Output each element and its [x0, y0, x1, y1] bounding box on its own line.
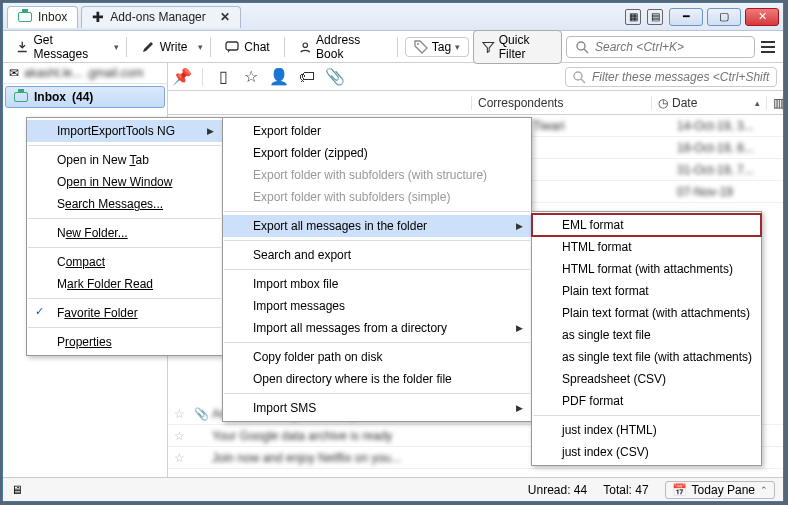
menu-item[interactable]: ✓Favorite Folder — [27, 302, 222, 324]
menu-item[interactable]: Spreadsheet (CSV) — [532, 368, 761, 390]
menu-item[interactable]: Import all messages from a directory — [223, 317, 531, 339]
global-search-input[interactable] — [595, 40, 746, 54]
menu-item[interactable]: Import messages — [223, 295, 531, 317]
menu-item[interactable]: Export folder (zipped) — [223, 142, 531, 164]
puzzle-icon: ✚ — [92, 10, 104, 24]
calendar-icon[interactable]: ▦ — [625, 9, 641, 25]
get-messages-dropdown[interactable]: ▾ — [114, 42, 119, 52]
tag-filter-icon[interactable]: 🏷 — [299, 68, 315, 86]
contacts-icon — [299, 40, 312, 54]
titlebar: Inbox ✚ Add-ons Manager ✕ ▦ ▤ ━ ▢ ✕ — [3, 3, 783, 31]
total-status: Total: 47 — [603, 483, 648, 497]
chat-icon — [225, 40, 239, 54]
menu-item[interactable]: Plain text format (with attachments) — [532, 302, 761, 324]
menu-item[interactable]: Export all messages in the folder — [223, 215, 531, 237]
menu-item[interactable]: Copy folder path on disk — [223, 346, 531, 368]
menu-item[interactable]: Open in New Tab — [27, 149, 222, 171]
import-export-submenu[interactable]: Export folderExport folder (zipped)Expor… — [222, 117, 532, 422]
tag-button[interactable]: Tag ▾ — [405, 37, 469, 57]
svg-point-2 — [417, 43, 419, 45]
menu-item[interactable]: Plain text format — [532, 280, 761, 302]
menu-item[interactable]: Search Messages... — [27, 193, 222, 215]
menu-item: Export folder with subfolders (simple) — [223, 186, 531, 208]
chat-button[interactable]: Chat — [218, 37, 276, 57]
folder-label: Inbox — [34, 90, 66, 104]
menu-item[interactable]: Export folder — [223, 120, 531, 142]
account-row[interactable]: ✉ akasht.le... .gmail.com — [3, 63, 167, 84]
tasks-icon[interactable]: ▤ — [647, 9, 663, 25]
sync-icon[interactable]: 🖥 — [11, 483, 23, 497]
unread-filter-icon[interactable]: ▯ — [215, 67, 231, 86]
maximize-button[interactable]: ▢ — [707, 8, 741, 26]
col-correspondents[interactable]: Correspondents — [472, 96, 652, 110]
titlebar-extras: ▦ ▤ — [625, 9, 669, 25]
tab-addons[interactable]: ✚ Add-ons Manager ✕ — [81, 6, 240, 28]
search-icon — [572, 70, 586, 84]
svg-rect-0 — [226, 42, 238, 50]
menu-item[interactable]: Import SMS — [223, 397, 531, 419]
global-search[interactable] — [566, 36, 755, 58]
calendar-icon: 📅 — [672, 483, 687, 497]
menu-item[interactable]: as single text file (with attachments) — [532, 346, 761, 368]
tab-label: Add-ons Manager — [110, 10, 205, 24]
svg-point-3 — [577, 42, 585, 50]
account-label: akasht.le... .gmail.com — [24, 66, 143, 80]
quick-filter-bar: 📌 ▯ ☆ 👤 🏷 📎 — [168, 63, 783, 91]
menu-item[interactable]: Compact — [27, 251, 222, 273]
menu-item[interactable]: Import mbox file — [223, 273, 531, 295]
folder-context-menu[interactable]: ImportExportTools NGOpen in New TabOpen … — [26, 117, 223, 356]
filter-search[interactable] — [565, 67, 777, 87]
unread-status: Unread: 44 — [528, 483, 587, 497]
tab-close-icon[interactable]: ✕ — [220, 10, 230, 24]
svg-point-1 — [303, 42, 307, 46]
menu-item[interactable]: HTML format — [532, 236, 761, 258]
star-filter-icon[interactable]: ☆ — [243, 67, 259, 86]
menu-item[interactable]: Open directory where is the folder file — [223, 368, 531, 390]
menu-item[interactable]: Mark Folder Read — [27, 273, 222, 295]
close-button[interactable]: ✕ — [745, 8, 779, 26]
write-button[interactable]: Write — [134, 37, 195, 57]
menu-item[interactable]: HTML format (with attachments) — [532, 258, 761, 280]
app-window: Inbox ✚ Add-ons Manager ✕ ▦ ▤ ━ ▢ ✕ Get … — [2, 2, 784, 502]
menu-item[interactable]: just index (HTML) — [532, 419, 761, 441]
account-icon: ✉ — [9, 66, 19, 80]
inbox-icon — [14, 92, 28, 102]
menu-item[interactable]: Properties — [27, 331, 222, 353]
funnel-icon — [482, 40, 495, 54]
menu-item[interactable]: Open in New Window — [27, 171, 222, 193]
inbox-icon — [18, 12, 32, 22]
today-pane-button[interactable]: 📅 Today Pane ⌃ — [665, 481, 775, 499]
menu-item[interactable]: ImportExportTools NG — [27, 120, 222, 142]
tab-inbox[interactable]: Inbox — [7, 6, 78, 28]
menu-item[interactable]: Search and export — [223, 244, 531, 266]
tab-label: Inbox — [38, 10, 67, 24]
menu-item[interactable]: as single text file — [532, 324, 761, 346]
menu-item[interactable]: EML format — [532, 214, 761, 236]
export-format-submenu[interactable]: EML formatHTML formatHTML format (with a… — [531, 211, 762, 466]
download-icon — [16, 40, 29, 54]
attachment-filter-icon[interactable]: 📎 — [327, 67, 343, 86]
app-menu-button[interactable] — [759, 41, 777, 53]
contact-filter-icon[interactable]: 👤 — [271, 67, 287, 86]
minimize-button[interactable]: ━ — [669, 8, 703, 26]
quick-filter-button[interactable]: Quick Filter — [473, 30, 562, 64]
main-toolbar: Get Messages ▾ Write ▾ Chat Address Book… — [3, 31, 783, 63]
folder-count: (44) — [72, 90, 93, 104]
pencil-icon — [141, 40, 155, 54]
write-dropdown[interactable]: ▾ — [198, 42, 203, 52]
menu-item[interactable]: PDF format — [532, 390, 761, 412]
search-icon — [575, 40, 589, 54]
pin-icon[interactable]: 📌 — [174, 67, 190, 86]
filter-search-input[interactable] — [592, 70, 770, 84]
column-headers: Correspondents ◷ Date ▴ ▥ — [168, 91, 783, 115]
date-icon: ◷ — [658, 96, 668, 110]
menu-item[interactable]: New Folder... — [27, 222, 222, 244]
column-picker[interactable]: ▥ — [767, 96, 783, 110]
menu-item[interactable]: just index (CSV) — [532, 441, 761, 463]
inbox-folder[interactable]: Inbox (44) — [5, 86, 165, 108]
address-book-button[interactable]: Address Book — [292, 30, 390, 64]
get-messages-button[interactable]: Get Messages — [9, 30, 110, 64]
svg-point-4 — [574, 72, 582, 80]
col-date[interactable]: ◷ Date ▴ — [652, 96, 767, 110]
status-bar: 🖥 Unread: 44 Total: 47 📅 Today Pane ⌃ — [3, 477, 783, 501]
